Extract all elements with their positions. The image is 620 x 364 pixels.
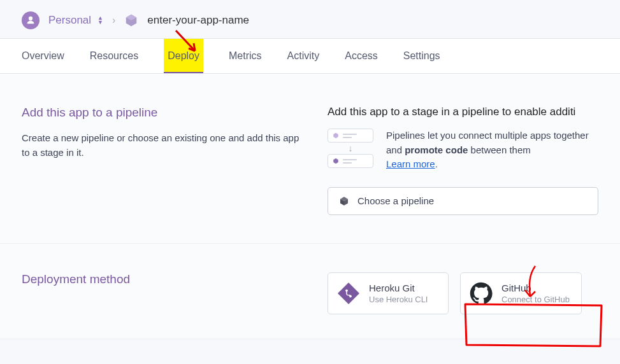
deploy-method-section: Deployment method Heroku Git Use Heroku … [0, 244, 620, 339]
tab-activity[interactable]: Activity [287, 39, 320, 73]
tabs-nav: Overview Resources Deploy Metrics Activi… [0, 38, 620, 74]
breadcrumb: Personal ▲▼ › enter-your-app-name [0, 0, 620, 38]
svg-point-0 [29, 17, 32, 20]
pipeline-left: Add this app to a pipeline Create a new … [22, 106, 328, 215]
hexagon-icon [333, 158, 339, 164]
tab-metrics[interactable]: Metrics [229, 39, 262, 73]
period: . [435, 158, 438, 169]
chevron-right-icon: › [112, 15, 115, 26]
sort-icon: ▲▼ [97, 16, 103, 25]
method-title-heroku: Heroku Git [369, 283, 428, 293]
learn-more-link[interactable]: Learn more [386, 158, 435, 169]
avatar[interactable] [22, 11, 40, 29]
method-card-github[interactable]: GitHub Connect to GitHub [460, 272, 582, 314]
pipeline-right-heading: Add this app to a stage in a pipeline to… [328, 106, 598, 118]
tab-resources[interactable]: Resources [90, 39, 138, 73]
method-card-heroku-git[interactable]: Heroku Git Use Heroku CLI [328, 272, 449, 314]
svg-marker-3 [333, 133, 338, 138]
method-sub-heroku: Use Heroku CLI [369, 295, 428, 304]
hexagon-icon [333, 132, 339, 139]
deploy-right: Heroku Git Use Heroku CLI GitHub Connect… [328, 272, 598, 314]
pipeline-info: ↓ Pipelines let you connect multiple app… [328, 129, 598, 172]
user-icon [25, 15, 36, 26]
tab-settings[interactable]: Settings [403, 39, 440, 73]
pipeline-heading: Add this app to a pipeline [22, 106, 308, 120]
github-icon [470, 282, 493, 305]
pipeline-info-text: Pipelines let you connect multiple apps … [386, 129, 598, 172]
choose-pipeline-dropdown[interactable]: Choose a pipeline [328, 187, 598, 215]
tab-overview[interactable]: Overview [22, 39, 64, 73]
pipeline-card-bottom [328, 154, 373, 168]
pipeline-desc: Create a new pipeline or choose an exist… [22, 131, 308, 160]
personal-dropdown[interactable]: Personal [48, 14, 91, 27]
pipeline-card-top [328, 129, 373, 143]
cube-icon [338, 195, 350, 207]
pipeline-info-bold: promote code [405, 144, 468, 155]
svg-rect-8 [338, 283, 359, 304]
method-title-github: GitHub [501, 283, 570, 293]
pipeline-section: Add this app to a pipeline Create a new … [0, 74, 620, 244]
pipeline-right: Add this app to a stage in a pipeline to… [328, 106, 598, 215]
app-name[interactable]: enter-your-app-name [147, 14, 249, 27]
svg-marker-4 [333, 158, 338, 164]
method-sub-github: Connect to GitHub [501, 295, 570, 304]
arrow-down-icon: ↓ [328, 143, 373, 153]
svg-point-9 [345, 289, 348, 291]
pipeline-illustration: ↓ [328, 129, 373, 168]
deploy-left: Deployment method [22, 272, 328, 314]
app-hexagon-icon [124, 13, 138, 27]
choose-pipeline-label: Choose a pipeline [357, 195, 434, 206]
tab-deploy[interactable]: Deploy [164, 39, 203, 73]
tab-access[interactable]: Access [345, 39, 378, 73]
deploy-heading: Deployment method [22, 272, 308, 286]
pipeline-info-text-2: between them [468, 144, 530, 155]
method-cards: Heroku Git Use Heroku CLI GitHub Connect… [328, 272, 598, 314]
heroku-git-icon [337, 282, 360, 305]
